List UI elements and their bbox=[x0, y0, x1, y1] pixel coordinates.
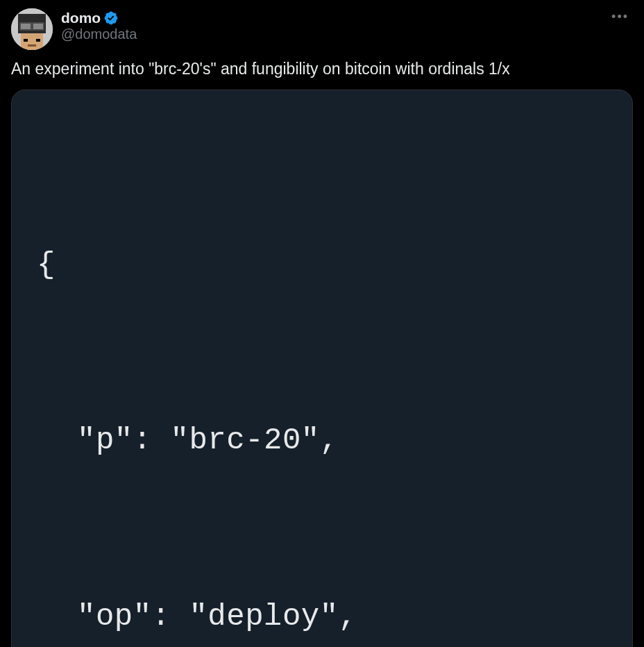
code-embed[interactable]: { "p": "brc-20", "op": "deploy", "tick":… bbox=[11, 90, 633, 647]
svg-rect-6 bbox=[24, 39, 28, 42]
code-content: { "p": "brc-20", "op": "deploy", "tick":… bbox=[37, 118, 607, 647]
tweet-header-left: domo @domodata bbox=[11, 8, 137, 50]
svg-rect-7 bbox=[36, 39, 40, 42]
user-handle[interactable]: @domodata bbox=[61, 26, 137, 42]
svg-rect-8 bbox=[28, 44, 36, 47]
tweet-container: domo @domodata ••• An experiment into "b… bbox=[0, 0, 644, 647]
code-line-open: { bbox=[37, 235, 607, 294]
avatar[interactable] bbox=[11, 8, 53, 50]
name-row: domo bbox=[61, 10, 137, 26]
verified-badge-icon bbox=[103, 10, 119, 26]
tweet-body: An experiment into "brc-20's" and fungib… bbox=[11, 58, 633, 647]
tweet-header: domo @domodata ••• bbox=[11, 8, 633, 50]
display-name[interactable]: domo bbox=[61, 10, 101, 26]
svg-rect-3 bbox=[21, 24, 31, 29]
more-options-button[interactable]: ••• bbox=[607, 7, 633, 27]
svg-rect-4 bbox=[33, 24, 43, 29]
code-line-2: "op": "deploy", bbox=[37, 587, 607, 646]
code-line-1: "p": "brc-20", bbox=[37, 411, 607, 469]
tweet-text: An experiment into "brc-20's" and fungib… bbox=[11, 58, 633, 80]
user-info: domo @domodata bbox=[61, 8, 137, 42]
